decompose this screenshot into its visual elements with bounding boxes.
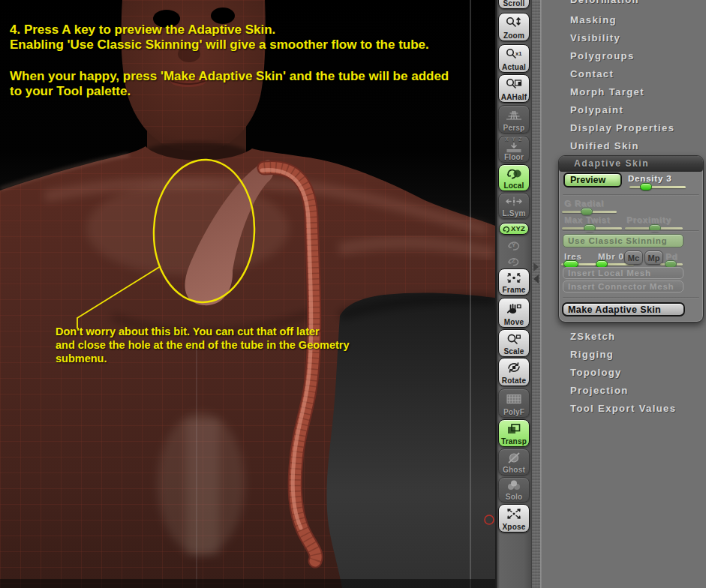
floor-axes-label: X Y Z xyxy=(505,136,523,142)
zoom-icon xyxy=(499,14,529,32)
instruction-text-second: When your happy, press 'Make Adaptive Sk… xyxy=(10,69,449,99)
divider xyxy=(563,194,699,196)
actual-button[interactable]: x1 Actual xyxy=(498,44,530,73)
xpose-button[interactable]: Xpose xyxy=(498,504,530,532)
instruction-line: to your Tool palette. xyxy=(10,84,449,99)
model-eye-right xyxy=(211,8,235,24)
draw-cursor-indicator xyxy=(485,515,494,524)
instruction-line: 4. Press A key to preview the Adaptive S… xyxy=(10,22,429,38)
callout-text: Don't worry about this bit. You can cut … xyxy=(56,325,350,365)
adaptive-skin-header[interactable]: Adaptive Skin xyxy=(559,156,703,172)
scale-icon xyxy=(499,330,529,347)
use-classic-skinning-button[interactable]: Use Classic Skinning xyxy=(563,234,683,248)
menu-morph-target[interactable]: Morph Target xyxy=(570,86,644,98)
menu-polygroups[interactable]: Polygroups xyxy=(570,50,635,62)
floor-icon xyxy=(499,142,529,153)
density-slider-handle[interactable] xyxy=(640,183,652,190)
density-label: Density 3 xyxy=(628,174,671,183)
preview-button[interactable]: Preview xyxy=(563,172,622,188)
max-twist-label: Max Twist xyxy=(564,215,610,224)
g-radial-slider-handle[interactable] xyxy=(581,208,593,215)
menu-rigging[interactable]: Rigging xyxy=(570,349,614,360)
ires-slider[interactable] xyxy=(561,263,597,266)
insert-connector-mesh-button[interactable]: Insert Connector Mesh xyxy=(563,280,683,292)
instruction-line: Enabling 'Use Classic Skinning' will giv… xyxy=(10,38,429,52)
tray-open-arrow-icon[interactable] xyxy=(533,262,539,272)
xpose-arrows-icon xyxy=(499,505,529,523)
insert-local-mesh-button[interactable]: Insert Local Mesh xyxy=(563,267,683,279)
menu-display-properties[interactable]: Display Properties xyxy=(570,122,674,134)
move-hand-icon xyxy=(499,298,529,318)
g-radial-slider[interactable] xyxy=(562,211,617,213)
adaptive-skin-panel: Adaptive Skin Preview Density 3 G Radial… xyxy=(558,155,704,322)
zbrush-window: 4. Press A key to preview the Adaptive S… xyxy=(0,0,706,588)
menu-visibility[interactable]: Visibility xyxy=(570,32,620,44)
rotate-arc-icon xyxy=(503,225,509,232)
rotate-y-icon[interactable]: Y xyxy=(498,237,530,252)
max-twist-slider[interactable] xyxy=(562,227,622,230)
frame-button[interactable]: Frame xyxy=(498,268,530,296)
menu-polypaint[interactable]: Polypaint xyxy=(570,104,623,116)
polyframe-button[interactable]: PolyF xyxy=(498,388,530,418)
proximity-label: Proximity xyxy=(626,215,671,224)
ghost-button[interactable]: Ghost xyxy=(498,448,530,476)
transparency-icon xyxy=(499,420,529,437)
g-radial-label: G Radial xyxy=(564,199,604,208)
rotate-button[interactable]: Rotate xyxy=(498,358,530,386)
callout-line: and close the hole at the end of the tub… xyxy=(56,338,350,352)
transparency-button[interactable]: Transp xyxy=(498,419,530,447)
zoom-button[interactable]: Zoom xyxy=(498,13,530,41)
proximity-slider[interactable] xyxy=(625,227,683,230)
lsym-button[interactable]: L.Sym xyxy=(498,193,530,219)
divider xyxy=(563,230,699,232)
callout-line: Don't worry about this bit. You can cut … xyxy=(56,325,350,338)
scroll-button[interactable]: Scroll xyxy=(498,0,530,9)
local-pivot-icon xyxy=(499,165,529,182)
rotate-z-icon[interactable]: Z xyxy=(498,254,530,267)
menu-unified-skin[interactable]: Unified Skin xyxy=(570,140,639,152)
menu-projection[interactable]: Projection xyxy=(570,385,629,396)
density-slider[interactable] xyxy=(629,186,686,188)
divider xyxy=(563,297,699,298)
solo-button[interactable]: Solo xyxy=(498,477,530,502)
callout-line: submenu. xyxy=(56,352,350,365)
pd-slider[interactable] xyxy=(660,263,683,266)
right-shelf-toolbar: Scroll Zoom x1 Actual xyxy=(497,0,531,588)
actual-size-icon: x1 xyxy=(499,45,529,63)
menu-tool-export-values[interactable]: Tool Export Values xyxy=(570,403,676,414)
menu-masking[interactable]: Masking xyxy=(570,14,617,26)
aahalf-button[interactable]: AAHalf xyxy=(498,74,530,103)
solo-circles-icon xyxy=(499,478,529,493)
move-button[interactable]: Move xyxy=(498,298,530,328)
xyz-rotation-button[interactable]: XYZ xyxy=(499,223,529,235)
floor-button[interactable]: X Y Z Floor xyxy=(498,136,530,163)
menu-topology[interactable]: Topology xyxy=(570,367,622,378)
frame-icon xyxy=(499,269,529,286)
menu-zsketch[interactable]: ZSketch xyxy=(570,331,615,342)
scale-button[interactable]: Scale xyxy=(498,329,530,357)
make-adaptive-skin-button[interactable]: Make Adaptive Skin xyxy=(562,302,685,316)
rotate-icon xyxy=(499,358,529,376)
svg-text:Y: Y xyxy=(512,242,516,248)
svg-text:x1: x1 xyxy=(515,50,521,57)
aahalf-icon xyxy=(499,75,529,93)
instruction-line: When your happy, press 'Make Adaptive Sk… xyxy=(10,69,449,84)
perspective-grid-icon xyxy=(499,106,529,124)
menu-contact[interactable]: Contact xyxy=(570,68,614,80)
document-canvas[interactable]: 4. Press A key to preview the Adaptive S… xyxy=(0,0,497,588)
svg-text:Z: Z xyxy=(512,257,515,264)
polyframe-grid-icon xyxy=(499,389,529,408)
mc-button[interactable]: Mc xyxy=(624,250,643,265)
menu-deformation[interactable]: Deformation xyxy=(570,0,639,5)
tool-palette: Deformation Masking Visibility Polygroup… xyxy=(540,0,706,588)
tray-close-arrow-icon[interactable] xyxy=(533,274,539,284)
ghost-sphere-icon xyxy=(499,449,529,466)
local-button[interactable]: Local xyxy=(498,164,530,191)
persp-button[interactable]: Persp xyxy=(498,105,530,134)
instruction-text-top: 4. Press A key to preview the Adaptive S… xyxy=(10,22,429,52)
symmetry-arrows-icon xyxy=(499,194,529,209)
